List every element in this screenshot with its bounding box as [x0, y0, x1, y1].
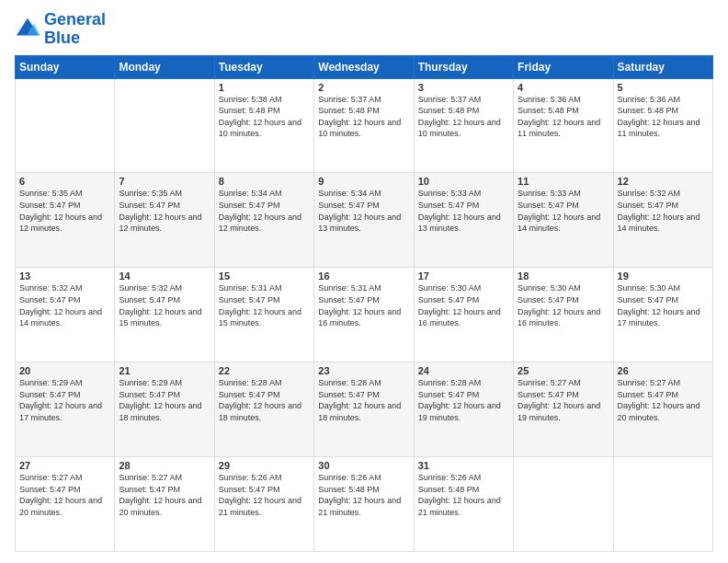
calendar-cell: 13Sunrise: 5:32 AM Sunset: 5:47 PM Dayli…	[16, 268, 115, 362]
calendar-cell	[115, 78, 214, 173]
day-number: 13	[19, 270, 110, 282]
calendar-cell	[613, 457, 712, 552]
calendar-week-2: 6Sunrise: 5:35 AM Sunset: 5:47 PM Daylig…	[16, 173, 713, 268]
calendar-cell: 29Sunrise: 5:26 AM Sunset: 5:47 PM Dayli…	[214, 457, 313, 552]
calendar-cell: 18Sunrise: 5:30 AM Sunset: 5:47 PM Dayli…	[514, 268, 613, 362]
calendar-cell: 28Sunrise: 5:27 AM Sunset: 5:47 PM Dayli…	[115, 457, 214, 552]
calendar-cell: 30Sunrise: 5:26 AM Sunset: 5:48 PM Dayli…	[314, 457, 414, 552]
day-info: Sunrise: 5:37 AM Sunset: 5:48 PM Dayligh…	[318, 94, 409, 140]
day-info: Sunrise: 5:30 AM Sunset: 5:47 PM Dayligh…	[518, 282, 609, 328]
day-number: 9	[318, 176, 409, 187]
day-number: 1	[219, 82, 310, 93]
day-header-friday: Friday	[514, 55, 613, 78]
day-number: 6	[19, 176, 110, 187]
day-info: Sunrise: 5:31 AM Sunset: 5:47 PM Dayligh…	[318, 282, 409, 328]
day-info: Sunrise: 5:34 AM Sunset: 5:47 PM Dayligh…	[318, 188, 409, 234]
day-number: 19	[618, 270, 709, 282]
day-number: 7	[119, 176, 210, 187]
calendar-cell: 6Sunrise: 5:35 AM Sunset: 5:47 PM Daylig…	[16, 173, 115, 268]
logo-icon	[15, 17, 40, 42]
day-info: Sunrise: 5:26 AM Sunset: 5:48 PM Dayligh…	[418, 472, 509, 518]
calendar-cell: 7Sunrise: 5:35 AM Sunset: 5:47 PM Daylig…	[115, 173, 214, 268]
calendar-cell: 15Sunrise: 5:31 AM Sunset: 5:47 PM Dayli…	[214, 268, 313, 362]
day-number: 8	[219, 176, 310, 187]
day-number: 25	[518, 365, 609, 376]
calendar-cell	[16, 78, 115, 173]
day-number: 17	[418, 270, 509, 282]
day-number: 12	[618, 176, 709, 187]
day-info: Sunrise: 5:32 AM Sunset: 5:47 PM Dayligh…	[119, 282, 210, 328]
calendar-cell: 17Sunrise: 5:30 AM Sunset: 5:47 PM Dayli…	[414, 268, 513, 362]
day-number: 18	[518, 270, 609, 282]
day-info: Sunrise: 5:27 AM Sunset: 5:47 PM Dayligh…	[119, 472, 210, 518]
calendar-cell: 14Sunrise: 5:32 AM Sunset: 5:47 PM Dayli…	[115, 268, 214, 362]
day-header-saturday: Saturday	[613, 55, 712, 78]
calendar-body: 1Sunrise: 5:38 AM Sunset: 5:48 PM Daylig…	[16, 78, 713, 551]
day-number: 16	[318, 270, 409, 282]
day-info: Sunrise: 5:34 AM Sunset: 5:47 PM Dayligh…	[219, 188, 310, 234]
day-info: Sunrise: 5:29 AM Sunset: 5:47 PM Dayligh…	[19, 377, 110, 423]
day-number: 30	[318, 460, 409, 471]
calendar-cell: 4Sunrise: 5:36 AM Sunset: 5:48 PM Daylig…	[514, 78, 613, 173]
day-info: Sunrise: 5:38 AM Sunset: 5:48 PM Dayligh…	[219, 94, 310, 140]
day-header-tuesday: Tuesday	[214, 55, 313, 78]
calendar-cell: 12Sunrise: 5:32 AM Sunset: 5:47 PM Dayli…	[613, 173, 712, 268]
day-info: Sunrise: 5:29 AM Sunset: 5:47 PM Dayligh…	[119, 377, 210, 423]
calendar-week-5: 27Sunrise: 5:27 AM Sunset: 5:47 PM Dayli…	[16, 457, 713, 552]
day-info: Sunrise: 5:36 AM Sunset: 5:48 PM Dayligh…	[518, 94, 609, 140]
day-info: Sunrise: 5:31 AM Sunset: 5:47 PM Dayligh…	[219, 282, 310, 328]
calendar-cell: 20Sunrise: 5:29 AM Sunset: 5:47 PM Dayli…	[16, 362, 115, 457]
page: General Blue SundayMondayTuesdayWednesda…	[0, 0, 728, 563]
day-info: Sunrise: 5:28 AM Sunset: 5:47 PM Dayligh…	[418, 377, 509, 423]
day-info: Sunrise: 5:33 AM Sunset: 5:47 PM Dayligh…	[418, 188, 509, 234]
calendar-week-4: 20Sunrise: 5:29 AM Sunset: 5:47 PM Dayli…	[16, 362, 713, 457]
calendar-cell: 27Sunrise: 5:27 AM Sunset: 5:47 PM Dayli…	[16, 457, 115, 552]
calendar-cell: 9Sunrise: 5:34 AM Sunset: 5:47 PM Daylig…	[314, 173, 414, 268]
day-number: 3	[418, 82, 509, 93]
calendar-cell	[514, 457, 613, 552]
day-number: 23	[318, 365, 409, 376]
day-number: 11	[518, 176, 609, 187]
day-number: 14	[119, 270, 210, 282]
calendar-cell: 8Sunrise: 5:34 AM Sunset: 5:47 PM Daylig…	[214, 173, 313, 268]
day-number: 22	[219, 365, 310, 376]
day-number: 21	[119, 365, 210, 376]
calendar-cell: 25Sunrise: 5:27 AM Sunset: 5:47 PM Dayli…	[514, 362, 613, 457]
day-info: Sunrise: 5:30 AM Sunset: 5:47 PM Dayligh…	[418, 282, 509, 328]
day-number: 4	[518, 82, 609, 93]
calendar-cell: 5Sunrise: 5:36 AM Sunset: 5:48 PM Daylig…	[613, 78, 712, 173]
day-info: Sunrise: 5:32 AM Sunset: 5:47 PM Dayligh…	[19, 282, 110, 328]
calendar-table: SundayMondayTuesdayWednesdayThursdayFrid…	[15, 55, 713, 552]
logo-text: General Blue	[44, 11, 106, 48]
day-header-wednesday: Wednesday	[314, 55, 414, 78]
day-info: Sunrise: 5:27 AM Sunset: 5:47 PM Dayligh…	[518, 377, 609, 423]
calendar-header-row: SundayMondayTuesdayWednesdayThursdayFrid…	[16, 55, 713, 78]
calendar-cell: 16Sunrise: 5:31 AM Sunset: 5:47 PM Dayli…	[314, 268, 414, 362]
day-info: Sunrise: 5:36 AM Sunset: 5:48 PM Dayligh…	[618, 94, 709, 140]
calendar-cell: 2Sunrise: 5:37 AM Sunset: 5:48 PM Daylig…	[314, 78, 414, 173]
calendar-week-1: 1Sunrise: 5:38 AM Sunset: 5:48 PM Daylig…	[16, 78, 713, 173]
day-number: 26	[618, 365, 709, 376]
header: General Blue	[15, 11, 713, 48]
day-info: Sunrise: 5:28 AM Sunset: 5:47 PM Dayligh…	[318, 377, 409, 423]
calendar-cell: 21Sunrise: 5:29 AM Sunset: 5:47 PM Dayli…	[115, 362, 214, 457]
day-info: Sunrise: 5:32 AM Sunset: 5:47 PM Dayligh…	[618, 188, 709, 234]
day-info: Sunrise: 5:27 AM Sunset: 5:47 PM Dayligh…	[19, 472, 110, 518]
day-number: 24	[418, 365, 509, 376]
day-number: 29	[219, 460, 310, 471]
day-number: 2	[318, 82, 409, 93]
day-info: Sunrise: 5:26 AM Sunset: 5:48 PM Dayligh…	[318, 472, 409, 518]
calendar-cell: 31Sunrise: 5:26 AM Sunset: 5:48 PM Dayli…	[414, 457, 513, 552]
logo: General Blue	[15, 11, 106, 48]
calendar-cell: 19Sunrise: 5:30 AM Sunset: 5:47 PM Dayli…	[613, 268, 712, 362]
calendar-cell: 1Sunrise: 5:38 AM Sunset: 5:48 PM Daylig…	[214, 78, 313, 173]
day-number: 15	[219, 270, 310, 282]
calendar-cell: 24Sunrise: 5:28 AM Sunset: 5:47 PM Dayli…	[414, 362, 513, 457]
day-info: Sunrise: 5:27 AM Sunset: 5:47 PM Dayligh…	[618, 377, 709, 423]
day-info: Sunrise: 5:33 AM Sunset: 5:47 PM Dayligh…	[518, 188, 609, 234]
day-number: 10	[418, 176, 509, 187]
day-number: 28	[119, 460, 210, 471]
calendar-cell: 23Sunrise: 5:28 AM Sunset: 5:47 PM Dayli…	[314, 362, 414, 457]
day-info: Sunrise: 5:26 AM Sunset: 5:47 PM Dayligh…	[219, 472, 310, 518]
calendar-week-3: 13Sunrise: 5:32 AM Sunset: 5:47 PM Dayli…	[16, 268, 713, 362]
